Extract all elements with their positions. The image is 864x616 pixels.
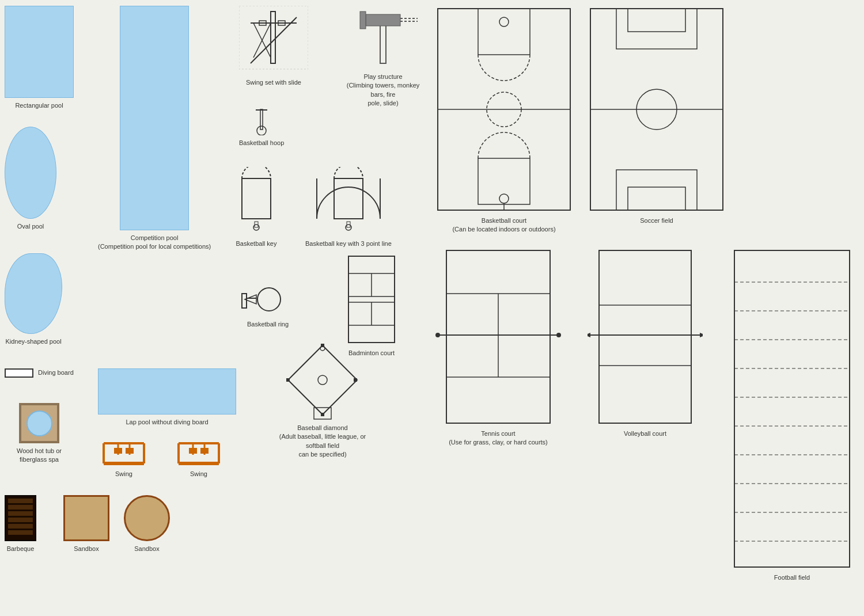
svg-rect-49 bbox=[354, 378, 357, 382]
barbeque-label: Barbeque bbox=[7, 545, 35, 553]
swing-set-block: Swing set with slide bbox=[239, 6, 308, 87]
bball-key-3pt-label: Basketball key with 3 point line bbox=[305, 239, 392, 248]
play-structure-label: Play structure (Climbing towers, monkey … bbox=[340, 73, 426, 108]
svg-marker-86 bbox=[588, 333, 590, 337]
sandbox-square-shape bbox=[63, 495, 109, 541]
svg-rect-63 bbox=[478, 9, 530, 55]
bball-hoop-block: Basketball hoop bbox=[239, 107, 284, 147]
soccer-field-block: Soccer field bbox=[588, 6, 726, 225]
rectangular-pool-label: Rectangular pool bbox=[15, 101, 63, 110]
bball-key-label: Basketball key bbox=[236, 239, 277, 248]
svg-rect-73 bbox=[628, 187, 685, 210]
play-structure-shape bbox=[348, 6, 418, 69]
kidney-pool-label: Kidney-shaped pool bbox=[5, 337, 61, 346]
bball-court-label: Basketball court (Can be located indoors… bbox=[452, 216, 555, 234]
svg-point-80 bbox=[435, 333, 440, 337]
svg-rect-50 bbox=[321, 413, 324, 416]
football-field-shape bbox=[732, 248, 852, 570]
bball-ring-block: Basketball ring bbox=[239, 282, 297, 329]
svg-rect-71 bbox=[628, 9, 685, 32]
swing-set-shape bbox=[239, 6, 308, 75]
swing1-label: Swing bbox=[115, 470, 132, 478]
svg-rect-88 bbox=[734, 250, 850, 567]
swing2-block: Swing bbox=[173, 438, 225, 478]
svg-point-81 bbox=[556, 333, 561, 337]
soccer-field-label: Soccer field bbox=[640, 216, 673, 225]
svg-rect-18 bbox=[271, 12, 275, 63]
football-field-label: Football field bbox=[774, 573, 810, 582]
svg-rect-25 bbox=[366, 14, 400, 26]
sandbox-circle-block: Sandbox bbox=[124, 495, 170, 553]
lap-pool-label: Lap pool without diving board bbox=[126, 418, 208, 427]
svg-rect-65 bbox=[478, 158, 530, 204]
svg-marker-87 bbox=[700, 333, 703, 337]
svg-rect-41 bbox=[242, 294, 247, 308]
diving-board-shape bbox=[5, 368, 33, 378]
swing1-shape bbox=[98, 438, 150, 466]
sandbox-circle-label: Sandbox bbox=[134, 545, 159, 553]
bball-key-block: Basketball key bbox=[230, 167, 282, 248]
svg-rect-51 bbox=[286, 378, 290, 382]
svg-point-31 bbox=[257, 126, 266, 135]
comp-pool-block: Competition pool (Competition pool for l… bbox=[98, 6, 211, 252]
svg-rect-33 bbox=[242, 178, 271, 219]
oval-pool-shape bbox=[5, 127, 56, 219]
kidney-pool-block: Kidney-shaped pool bbox=[5, 253, 62, 346]
hot-tub-inner bbox=[26, 410, 52, 436]
swing-set-label: Swing set with slide bbox=[246, 78, 301, 87]
bball-key-shape bbox=[230, 167, 282, 236]
rectangular-pool-block: Rectangular pool bbox=[5, 6, 74, 110]
svg-rect-48 bbox=[321, 344, 324, 347]
comp-pool-label: Competition pool (Competition pool for l… bbox=[98, 234, 211, 252]
hot-tub-label: Wood hot tub or fiberglass spa bbox=[5, 447, 74, 465]
badminton-court-label: Badminton court bbox=[348, 349, 395, 358]
bball-key-3pt-block: Basketball key with 3 point line bbox=[305, 167, 392, 248]
svg-point-46 bbox=[318, 375, 327, 385]
baseball-diamond-label: Baseball diamond (Adult baseball, little… bbox=[276, 424, 369, 459]
kidney-pool-shape bbox=[5, 253, 62, 334]
sandbox-square-label: Sandbox bbox=[74, 545, 98, 553]
swing1-block: Swing bbox=[98, 438, 150, 478]
svg-point-64 bbox=[499, 17, 509, 26]
play-structure-block: Play structure (Climbing towers, monkey … bbox=[340, 6, 426, 108]
comp-pool-shape bbox=[120, 6, 189, 230]
svg-rect-24 bbox=[380, 23, 386, 63]
volleyball-court-shape bbox=[588, 248, 703, 426]
volleyball-court-label: Volleyball court bbox=[624, 429, 666, 438]
bball-key-3pt-shape bbox=[311, 167, 386, 236]
svg-rect-82 bbox=[599, 250, 691, 423]
svg-rect-53 bbox=[348, 256, 395, 343]
lap-pool-block: Lap pool without diving board bbox=[98, 368, 236, 427]
sandbox-square-block: Sandbox bbox=[63, 495, 109, 553]
oval-pool-block: Oval pool bbox=[5, 127, 56, 231]
hot-tub-block: Wood hot tub or fiberglass spa bbox=[5, 403, 74, 465]
barbeque-block: Barbeque bbox=[5, 495, 36, 553]
tennis-court-shape bbox=[435, 248, 562, 426]
tennis-court-label: Tennis court (Use for grass, clay, or ha… bbox=[449, 429, 548, 447]
svg-point-66 bbox=[499, 194, 509, 203]
svg-rect-74 bbox=[616, 170, 697, 210]
bball-hoop-label: Basketball hoop bbox=[239, 139, 284, 147]
diving-board-label: Diving board bbox=[38, 368, 74, 377]
svg-rect-26 bbox=[360, 12, 366, 29]
bball-ring-shape bbox=[239, 282, 297, 317]
sandbox-circle-shape bbox=[124, 495, 170, 541]
tennis-court-block: Tennis court (Use for grass, clay, or ha… bbox=[435, 248, 562, 447]
oval-pool-label: Oval pool bbox=[17, 222, 44, 231]
lap-pool-shape bbox=[98, 368, 236, 415]
svg-rect-16 bbox=[239, 6, 308, 69]
volleyball-court-block: Volleyball court bbox=[588, 248, 703, 438]
football-field-block: Football field bbox=[732, 248, 852, 582]
svg-point-43 bbox=[257, 288, 281, 311]
bball-hoop-shape bbox=[247, 107, 276, 135]
badminton-court-block: Badminton court bbox=[340, 253, 403, 358]
svg-rect-72 bbox=[616, 9, 697, 49]
svg-rect-36 bbox=[334, 178, 363, 219]
diving-board-block: Diving board bbox=[5, 368, 74, 378]
swing2-shape bbox=[173, 438, 225, 466]
swing2-label: Swing bbox=[190, 470, 207, 478]
hot-tub-shape bbox=[19, 403, 59, 443]
bball-court-shape bbox=[435, 6, 573, 213]
svg-line-17 bbox=[251, 17, 297, 63]
rectangular-pool-shape bbox=[5, 6, 74, 98]
